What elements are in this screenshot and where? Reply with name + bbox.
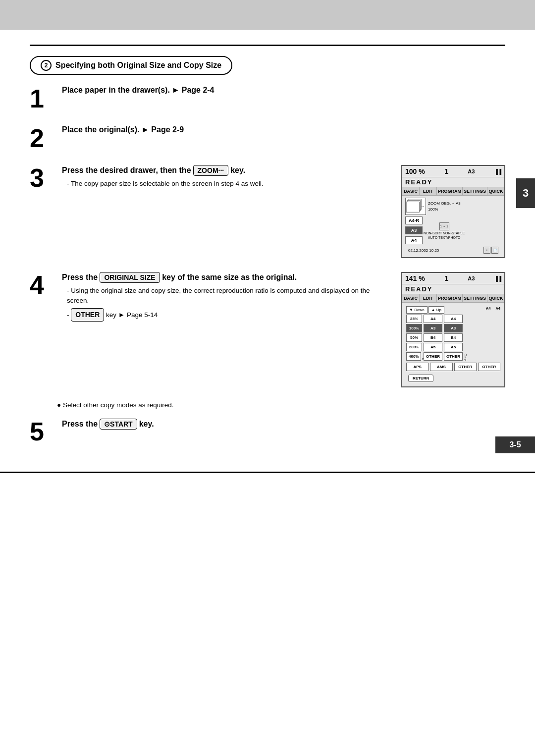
right-tab: 3 [516,178,535,208]
screen-1-body: → ZOOM OBG.→ A3 100% [402,196,504,257]
paper-a3: A3 [405,226,423,234]
tab2-basic[interactable]: BASIC [402,294,420,302]
mode-icon: 📄 [491,247,498,254]
ams-btn[interactable]: AMS [430,363,452,371]
paper-a4r: A4-R [405,216,423,224]
step-4-content: Press the ORIGINAL SIZE key of the same … [62,272,505,387]
screen-1-datetime: 02.12.2002 10:25 i 📄 [405,245,501,255]
screen-1-header: 100 % 1 A3 ▐▐ [402,166,504,177]
step-3: 3 Press the desired drawer, then the ZOO… [30,165,505,258]
step-4-number: 4 [30,272,57,387]
top-border-line [30,45,505,46]
tab-program[interactable]: PROGRAM [437,187,463,195]
tab2-settings[interactable]: SETTINGS [463,294,487,302]
tab-quick[interactable]: QUICK [487,187,504,195]
section-number: 2 [41,60,52,71]
tab-basic[interactable]: BASIC [402,187,420,195]
step-3-body: - The copy paper size is selectable on t… [62,179,391,189]
step-3-content: Press the desired drawer, then the ZOOM·… [62,165,505,258]
orig-a4[interactable]: A4 [424,315,442,323]
top-bar [0,0,535,30]
screen-1-ready: READY [402,177,504,187]
original-size-key: ORIGINAL SIZE [100,272,160,283]
step-2-title: Place the original(s). ► Page 2-9 [62,125,505,134]
other-key: OTHER [71,308,104,322]
pct-25[interactable]: 25% [406,315,422,323]
bullet-note: ● Select other copy modes as required. [57,401,505,409]
step-2: 2 Place the original(s). ► Page 2-9 [30,125,505,151]
orig-b4[interactable]: B4 [424,333,442,342]
step-5-content: Press the ⊙START key. [62,419,505,444]
pct-400[interactable]: 400% [406,352,421,361]
copy-b4[interactable]: B4 [444,333,463,342]
copy-a4[interactable]: A4 [444,315,463,323]
page-number: 3-5 [495,436,535,453]
step-1-content: Place paper in the drawer(s). ► Page 2-4 [62,86,505,111]
other-btn3[interactable]: OTHER [478,363,500,371]
tab-edit[interactable]: EDIT [420,187,437,195]
copy-a5[interactable]: A5 [444,343,463,351]
tab2-quick[interactable]: QUICK [487,294,504,302]
paper-a4: A4 [405,236,423,244]
screen-2-mockup: 141 % 1 A3 ▐▐ READY BASIC EDIT PROGRAM S… [391,272,505,387]
original-sizes: A4 A3 B4 A5 OTHER [424,315,442,361]
orig-a3[interactable]: A3 [424,324,442,332]
step-5-title: Press the ⊙START key. [62,419,505,430]
up-btn[interactable]: ▲ Up [428,306,444,314]
info-icon: i [483,247,490,254]
step-1-title: Place paper in the drawer(s). ► Page 2-4 [62,86,505,95]
step-4: 4 Press the ORIGINAL SIZE key of the sam… [30,272,505,387]
section-title: Specifying both Original Size and Copy S… [55,61,221,70]
copy-a3[interactable]: A3 [444,324,463,332]
step-1: 1 Place paper in the drawer(s). ► Page 2… [30,86,505,111]
pct-200[interactable]: 200% [406,343,422,351]
step-5-number: 5 [30,419,57,444]
step-4-body: - Using the original size and copy size,… [62,286,391,322]
screen-2-body: ▼ Down ▲ Up A4A4 2 [402,303,504,386]
screen-2-ready: READY [402,284,504,294]
step-3-title: Press the desired drawer, then the ZOOM·… [62,165,391,176]
return-btn[interactable]: RETURN [408,375,433,382]
aps-btn[interactable]: APS [406,363,428,371]
pct-100[interactable]: 100% [406,324,422,332]
screen-1-mockup: 100 % 1 A3 ▐▐ READY BASIC EDIT PROGRAM S… [391,165,505,258]
screen-1-tabs: BASIC EDIT PROGRAM SETTINGS QUICK [402,187,504,196]
arrows-row: ▼ Down ▲ Up A4A4 [404,305,502,314]
svg-text:→: → [421,204,425,209]
section-heading: 2 Specifying both Original Size and Copy… [30,56,232,75]
start-key: ⊙START [100,419,137,430]
other-btn2[interactable]: OTHER [454,363,477,371]
zoom-key: ZOOM··· [193,165,229,176]
pct-50[interactable]: 50% [406,333,422,342]
step-1-ref: Page 2-4 [182,86,214,95]
tab2-edit[interactable]: EDIT [420,294,437,302]
tab-settings[interactable]: SETTINGS [463,187,487,195]
copy-other[interactable]: OTHER [444,352,463,361]
down-btn[interactable]: ▼ Down [406,306,428,314]
copy-sizes: A4 A3 B4 A5 OTHER [444,315,463,361]
percent-col: 25% 100% 50% 200% 400% Original [406,315,422,361]
screen-2-header: 141 % 1 A3 ▐▐ [402,273,504,284]
step-4-title: Press the ORIGINAL SIZE key of the same … [62,272,391,283]
step-2-ref: Page 2-9 [151,125,184,134]
screen-2-tabs: BASIC EDIT PROGRAM SETTINGS QUICK [402,294,504,303]
step-2-arrow: ► [141,125,149,134]
step-1-arrow: ► [172,86,180,95]
step-2-content: Place the original(s). ► Page 2-9 [62,125,505,151]
svg-rect-2 [406,202,419,213]
zoom-info: ZOOM OBG.→ A3 100% [428,201,461,213]
orig-other[interactable]: OTHER [424,352,442,361]
step-5: 5 Press the ⊙START key. [30,419,505,444]
step-3-number: 3 [30,165,57,258]
copy-icon: 1 → 1 [439,222,449,230]
tab2-program[interactable]: PROGRAM [437,294,463,302]
step-2-number: 2 [30,125,57,151]
orig-a5[interactable]: A5 [424,343,442,351]
step-1-number: 1 [30,86,57,111]
